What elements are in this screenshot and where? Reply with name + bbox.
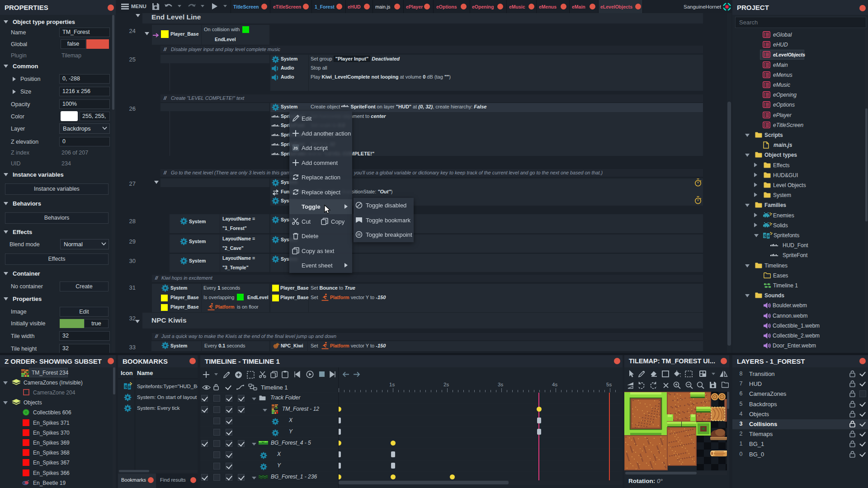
svg-text:S: S (764, 234, 766, 238)
svg-text:F: F (768, 234, 770, 239)
svg-text:JS: JS (293, 146, 298, 150)
svg-text:S: S (124, 384, 127, 389)
